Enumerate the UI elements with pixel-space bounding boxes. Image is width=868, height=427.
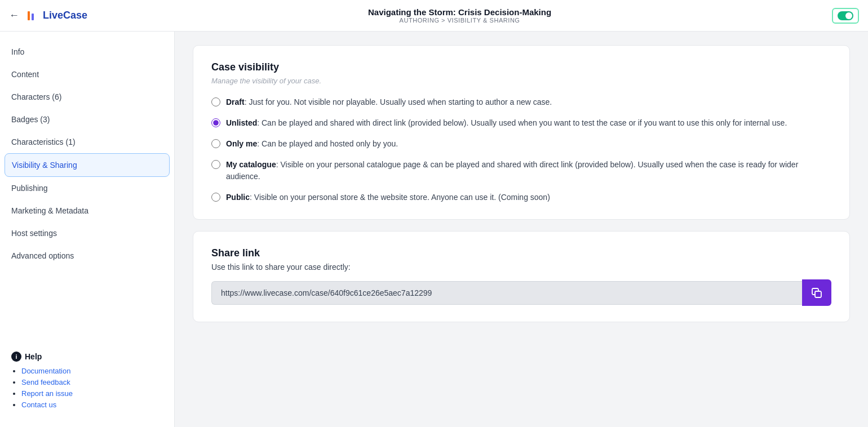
toggle-button[interactable] (832, 8, 859, 24)
radio-draft-desc: : Just for you. Not visible nor playable… (245, 97, 552, 106)
radio-option-unlisted[interactable]: Unlisted: Can be played and shared with … (211, 117, 831, 129)
share-link-input[interactable] (211, 281, 802, 305)
radio-draft-name: Draft (226, 97, 245, 106)
layout: Info Content Characters (6) Badges (3) C… (0, 32, 868, 427)
help-heading: i Help (11, 352, 163, 362)
share-link-card-title: Share link (211, 247, 831, 259)
sidebar-item-characters[interactable]: Characters (6) (0, 86, 174, 108)
sidebar-item-marketing-metadata[interactable]: Marketing & Metadata (0, 199, 174, 222)
radio-public[interactable] (211, 193, 220, 202)
sidebar-item-info[interactable]: Info (0, 41, 174, 63)
list-item: Documentation (21, 366, 163, 375)
radio-my-catalogue-desc: : Visible on your personal catalogue pag… (226, 160, 798, 181)
radio-only-me-name: Only me (226, 139, 257, 148)
radio-only-me-desc: : Can be played and hosted only by you. (257, 139, 398, 148)
radio-my-catalogue-label: My catalogue: Visible on your personal c… (226, 159, 831, 183)
radio-public-desc: : Visible on your personal store & the w… (250, 193, 550, 202)
radio-only-me-label: Only me: Can be played and hosted only b… (226, 138, 398, 150)
list-item: Contact us (21, 400, 163, 409)
visibility-card-title: Case visibility (211, 61, 831, 73)
report-issue-link[interactable]: Report an issue (21, 389, 73, 398)
radio-public-label: Public: Visible on your personal store &… (226, 192, 550, 203)
visibility-card-subtitle: Manage the visibility of your case. (211, 77, 831, 85)
header-right (832, 8, 859, 24)
sidebar-item-host-settings[interactable]: Host settings (0, 222, 174, 244)
radio-my-catalogue[interactable] (211, 160, 220, 169)
header: ← LiveCase Navigating the Storm: Crisis … (0, 0, 868, 32)
sidebar-item-advanced-options[interactable]: Advanced options (0, 244, 174, 267)
radio-unlisted[interactable] (211, 118, 220, 127)
radio-my-catalogue-name: My catalogue (226, 160, 276, 169)
svg-rect-2 (815, 291, 821, 297)
radio-option-my-catalogue[interactable]: My catalogue: Visible on your personal c… (211, 159, 831, 183)
help-label: Help (25, 352, 42, 361)
radio-public-name: Public (226, 193, 250, 202)
header-center: Navigating the Storm: Crisis Decision-Ma… (368, 7, 551, 24)
svg-rect-1 (32, 14, 34, 20)
share-link-row (211, 279, 831, 306)
header-breadcrumb: AUTHORING > VISIBILITY & SHARING (368, 17, 551, 24)
back-button[interactable]: ← (9, 10, 19, 21)
main-content: Case visibility Manage the visibility of… (175, 32, 868, 427)
radio-only-me[interactable] (211, 139, 220, 148)
header-title: Navigating the Storm: Crisis Decision-Ma… (368, 7, 551, 17)
sidebar-item-content[interactable]: Content (0, 63, 174, 86)
sidebar-nav: Info Content Characters (6) Badges (3) C… (0, 41, 174, 267)
logo-icon (26, 9, 39, 23)
logo: LiveCase (26, 9, 87, 23)
radio-unlisted-name: Unlisted (226, 118, 257, 127)
radio-draft[interactable] (211, 97, 220, 106)
sidebar-item-badges[interactable]: Badges (3) (0, 108, 174, 131)
copy-link-button[interactable] (802, 279, 831, 306)
radio-option-public[interactable]: Public: Visible on your personal store &… (211, 192, 831, 203)
radio-draft-label: Draft: Just for you. Not visible nor pla… (226, 96, 552, 108)
sidebar-help: i Help Documentation Send feedback Repor… (0, 345, 174, 418)
visibility-radio-group: Draft: Just for you. Not visible nor pla… (211, 96, 831, 203)
contact-us-link[interactable]: Contact us (21, 401, 56, 409)
radio-option-draft[interactable]: Draft: Just for you. Not visible nor pla… (211, 96, 831, 108)
share-link-description: Use this link to share your case directl… (211, 263, 831, 272)
toggle-indicator (838, 11, 853, 20)
logo-text: LiveCase (43, 10, 87, 21)
copy-icon (811, 287, 823, 299)
list-item: Report an issue (21, 389, 163, 398)
help-icon: i (11, 352, 21, 362)
sidebar-item-visibility-sharing[interactable]: Visibility & Sharing (5, 153, 170, 177)
radio-option-only-me[interactable]: Only me: Can be played and hosted only b… (211, 138, 831, 150)
list-item: Send feedback (21, 377, 163, 386)
svg-rect-0 (28, 11, 30, 20)
send-feedback-link[interactable]: Send feedback (21, 378, 70, 386)
radio-unlisted-desc: : Can be played and shared with direct l… (257, 118, 787, 127)
sidebar-item-characteristics[interactable]: Characteristics (1) (0, 131, 174, 153)
sidebar: Info Content Characters (6) Badges (3) C… (0, 32, 175, 427)
radio-unlisted-label: Unlisted: Can be played and shared with … (226, 117, 787, 129)
documentation-link[interactable]: Documentation (21, 367, 70, 375)
header-left: ← LiveCase (9, 9, 87, 23)
visibility-card: Case visibility Manage the visibility of… (193, 45, 850, 220)
sidebar-item-publishing[interactable]: Publishing (0, 177, 174, 199)
share-link-card: Share link Use this link to share your c… (193, 231, 850, 322)
help-links: Documentation Send feedback Report an is… (11, 366, 163, 409)
